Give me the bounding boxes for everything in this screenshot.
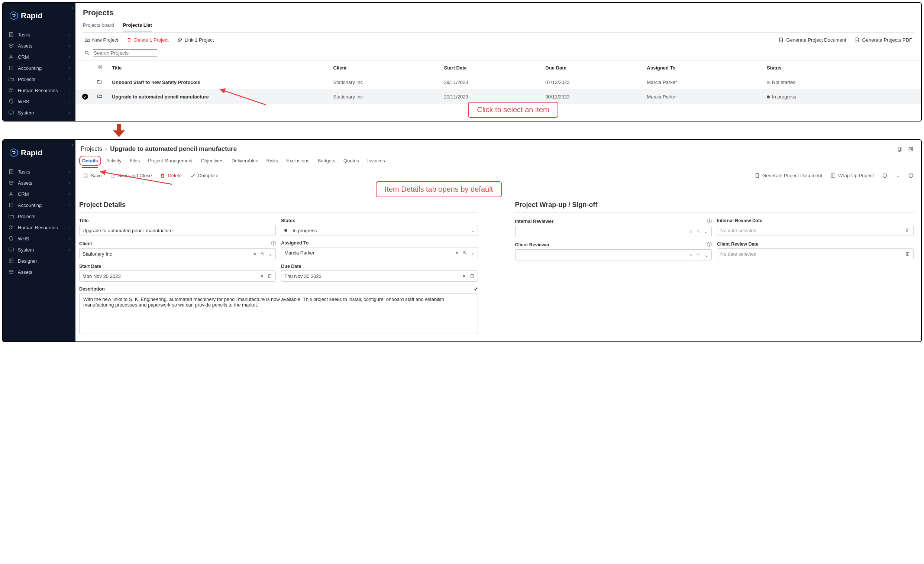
open-icon[interactable]: ⇱	[696, 229, 700, 235]
sidebar-item-whs[interactable]: WHS›	[3, 96, 75, 107]
sidebar-item-whs[interactable]: WHS›	[3, 233, 75, 244]
delete-project-button[interactable]: Delete 1 Project	[126, 37, 169, 43]
col-start[interactable]: Start Date	[444, 65, 545, 70]
col-title[interactable]: Title	[112, 65, 333, 70]
chevron-down-icon[interactable]: ⌄	[268, 251, 273, 257]
tab-projects-board[interactable]: Projects board	[83, 22, 114, 32]
chevron-down-icon[interactable]: ⌄	[896, 173, 900, 178]
row-title: Onboard Staff to new Safety Protocols	[112, 79, 333, 85]
client-reviewer-select[interactable]: ✕ ⇱ ⌄	[515, 249, 712, 260]
chevron-right-icon: ›	[69, 202, 70, 208]
sidebar-item-crm[interactable]: CRM›	[3, 51, 75, 63]
sidebar-collapse-icon[interactable]: ‹	[72, 5, 73, 10]
generate-doc-button[interactable]: Generate Project Document	[754, 173, 822, 178]
tab-deliverables[interactable]: Deliverables	[231, 158, 258, 168]
info-icon[interactable]: ⓘ	[707, 241, 712, 248]
assigned-select[interactable]: Marcia Parker ✕ ⇱ ⌄	[281, 247, 478, 258]
col-assigned[interactable]: Assigned To	[647, 65, 767, 70]
sidebar-item-assets[interactable]: Assets›	[3, 177, 75, 188]
wrap-up-button[interactable]: Wrap-Up Project	[830, 173, 874, 178]
notion-icon[interactable]	[908, 147, 914, 152]
sidebar-item-human-resources[interactable]: Human Resources›	[3, 85, 75, 96]
calendar-icon[interactable]: 🗓	[905, 251, 910, 257]
generate-pdf-button[interactable]: PDF Generate Projects PDF	[855, 37, 912, 43]
expand-icon[interactable]: ⤢	[474, 286, 478, 292]
clear-icon[interactable]: ✕	[689, 229, 693, 235]
chevron-down-icon[interactable]: ⌄	[704, 229, 708, 235]
breadcrumb: Projects › Upgrade to automated pencil m…	[81, 145, 237, 153]
clear-icon[interactable]: ✕	[689, 252, 693, 258]
tab-invoices[interactable]: Invoices	[367, 158, 385, 168]
sidebar-item-accounting[interactable]: Accounting›	[3, 199, 75, 211]
tab-details[interactable]: Details	[82, 158, 98, 168]
history-icon[interactable]	[882, 173, 888, 178]
tab-budgets[interactable]: Budgets	[317, 158, 335, 168]
tab-exclusions[interactable]: Exclusions	[286, 158, 309, 168]
col-client[interactable]: Client	[333, 65, 444, 70]
internal-review-date-input[interactable]: No date selected 🗓	[717, 225, 914, 236]
refresh-icon[interactable]	[908, 173, 914, 178]
open-icon[interactable]: ⇱	[696, 252, 700, 258]
generate-doc-button[interactable]: Generate Project Document	[778, 37, 846, 43]
col-status[interactable]: Status	[767, 65, 914, 70]
link-icon	[177, 37, 183, 43]
due-date-input[interactable]: Thu Nov 30 2023 ✕ 🗓	[281, 271, 478, 282]
tab-project-management[interactable]: Project Management	[148, 158, 192, 168]
client-review-date-input[interactable]: No date selected 🗓	[717, 248, 914, 259]
chevron-down-icon[interactable]: ⌄	[471, 228, 475, 233]
copy-icon[interactable]	[897, 147, 903, 152]
sidebar-item-assets[interactable]: Assets›	[3, 40, 75, 51]
calendar-icon[interactable]: 🗓	[268, 274, 273, 279]
tab-files[interactable]: Files	[130, 158, 140, 168]
status-dot-icon	[767, 81, 770, 84]
tab-quotes[interactable]: Quotes	[344, 158, 359, 168]
open-icon[interactable]: ⇱	[261, 251, 265, 257]
row-status: Not started	[767, 79, 914, 85]
client-select[interactable]: Stationary Inc ✕ ⇱ ⌄	[79, 248, 276, 259]
chevron-down-icon[interactable]: ⌄	[471, 250, 475, 256]
sidebar-item-assets[interactable]: Assets	[3, 266, 75, 278]
sidebar-item-tasks[interactable]: Tasks›	[3, 166, 75, 177]
chevron-down-icon[interactable]: ⌄	[704, 252, 708, 258]
sidebar-item-accounting[interactable]: Accounting›	[3, 63, 75, 73]
breadcrumb-root[interactable]: Projects	[81, 146, 102, 152]
info-icon[interactable]: ⓘ	[707, 218, 712, 224]
sidebar-item-system[interactable]: System›	[3, 107, 75, 118]
sidebar-collapse-icon[interactable]: ‹	[72, 142, 73, 148]
sidebar-item-projects[interactable]: Projects›	[3, 211, 75, 222]
new-project-button[interactable]: New Project	[84, 37, 118, 43]
clear-icon[interactable]: ✕	[455, 250, 459, 256]
open-icon[interactable]: ⇱	[463, 250, 467, 256]
sidebar-item-projects[interactable]: Projects›	[3, 73, 75, 85]
table-row[interactable]: Onboard Staff to new Safety ProtocolsSta…	[75, 75, 921, 90]
sidebar-item-human-resources[interactable]: Human Resources›	[3, 222, 75, 233]
info-icon[interactable]: ⓘ	[271, 240, 276, 247]
sidebar-item-tasks[interactable]: Tasks›	[3, 29, 75, 40]
sidebar-icon	[8, 43, 14, 49]
clear-icon[interactable]: ✕	[253, 251, 257, 257]
col-due[interactable]: Due Date	[545, 65, 647, 70]
internal-reviewer-select[interactable]: ✕ ⇱ ⌄	[515, 226, 712, 237]
status-select[interactable]: In progress ⌄	[281, 225, 478, 236]
calendar-icon[interactable]: 🗓	[470, 274, 475, 279]
sidebar-item-label: Assets	[18, 269, 32, 275]
tab-objectives[interactable]: Objectives	[201, 158, 224, 168]
search-input[interactable]	[93, 49, 157, 57]
title-input[interactable]	[79, 225, 276, 236]
sidebar-item-crm[interactable]: CRM›	[3, 188, 75, 199]
svg-point-19	[10, 226, 11, 227]
start-date-input[interactable]: Mon Nov 20 2023 ✕ 🗓	[79, 271, 276, 282]
svg-point-17	[10, 192, 12, 194]
sidebar-item-system[interactable]: System›	[3, 244, 75, 255]
tab-risks[interactable]: Risks	[266, 158, 278, 168]
complete-button[interactable]: Complete	[190, 173, 219, 178]
search-bar[interactable]	[75, 47, 921, 61]
tab-projects-list[interactable]: Projects List	[123, 22, 152, 32]
link-project-button[interactable]: Link 1 Project	[177, 37, 214, 43]
clear-icon[interactable]: ✕	[462, 274, 466, 279]
tab-activity[interactable]: Activity	[106, 158, 122, 168]
calendar-icon[interactable]: 🗓	[905, 228, 910, 233]
sidebar-item-designer[interactable]: Designer	[3, 255, 75, 266]
description-textarea[interactable]: With the new links to S. K. Engineering,…	[79, 293, 478, 334]
clear-icon[interactable]: ✕	[260, 274, 264, 279]
